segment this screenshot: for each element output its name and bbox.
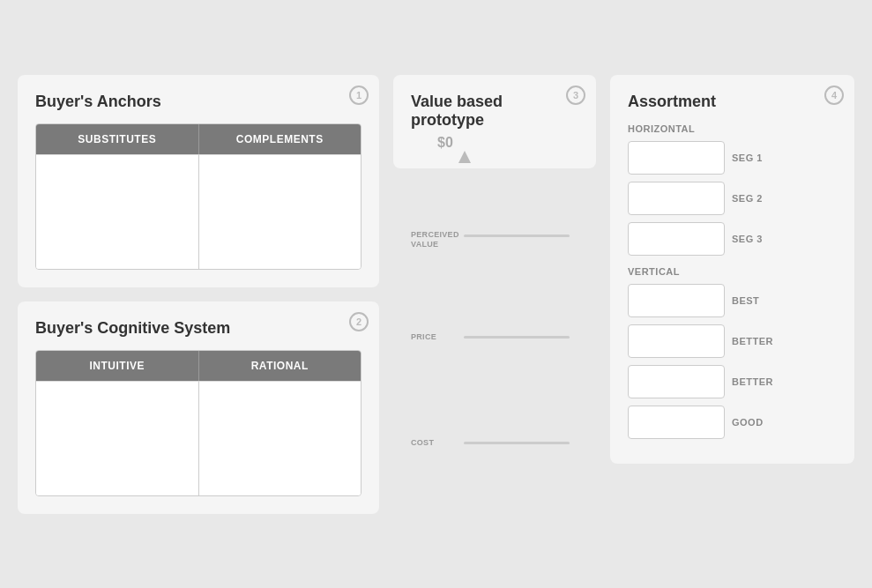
card1-title: Buyer's Anchors: [35, 93, 361, 111]
cost-line: [464, 442, 570, 444]
card3-title: Value based prototype: [411, 93, 578, 130]
card3-title-line2: prototype: [411, 111, 484, 129]
vertical-better1-label: BETTER: [732, 336, 773, 346]
anchors-col2-header: COMPLEMENTS: [199, 124, 361, 154]
value-axis-arrow: [458, 151, 471, 163]
horizontal-seg3-row: SEG 3: [628, 222, 837, 256]
horizontal-seg2-box[interactable]: [628, 182, 725, 215]
price-line: [464, 336, 570, 339]
vertical-good-row: GOOD: [628, 406, 837, 439]
horizontal-seg1-label: SEG 1: [732, 153, 763, 163]
vertical-section-label: VERTICAL: [628, 266, 837, 277]
horizontal-seg3-label: SEG 3: [732, 234, 763, 244]
card2-title: Buyer's Cognitive System: [35, 319, 361, 338]
left-column: 1 Buyer's Anchors SUBSTITUTES COMPLEMENT…: [18, 75, 379, 514]
anchors-table-header: SUBSTITUTES COMPLEMENTS: [36, 124, 361, 154]
vertical-better2-row: BETTER: [628, 365, 837, 398]
card3-title-line1: Value based: [411, 93, 503, 110]
anchors-col1-body[interactable]: [36, 154, 199, 269]
price-label: PRICE: [411, 332, 462, 341]
main-container: 1 Buyer's Anchors SUBSTITUTES COMPLEMENT…: [18, 75, 854, 514]
buyers-anchors-table: SUBSTITUTES COMPLEMENTS: [35, 123, 361, 270]
card2-number: 2: [349, 312, 369, 331]
cognitive-col1-header: INTUITIVE: [36, 351, 199, 381]
perceived-value-line: [464, 234, 570, 237]
card1-number: 1: [349, 86, 369, 105]
vertical-good-label: GOOD: [732, 417, 764, 428]
cognitive-table: INTUITIVE RATIONAL: [35, 350, 361, 496]
card4-title: Assortment: [628, 93, 837, 111]
vertical-good-box[interactable]: [628, 406, 725, 439]
buyers-cognitive-card: 2 Buyer's Cognitive System INTUITIVE RAT…: [18, 301, 379, 514]
vertical-better2-box[interactable]: [628, 365, 725, 398]
cognitive-col1-body[interactable]: [36, 381, 199, 495]
vertical-best-box[interactable]: [628, 284, 725, 317]
cognitive-col2-header: RATIONAL: [199, 351, 361, 381]
horizontal-seg2-row: SEG 2: [628, 182, 837, 215]
anchors-col1-header: SUBSTITUTES: [36, 124, 199, 154]
cognitive-col2-body[interactable]: [199, 381, 361, 495]
horizontal-seg2-label: SEG 2: [732, 193, 763, 204]
cost-label: COST: [411, 438, 462, 447]
anchors-table-body: [36, 154, 361, 269]
vertical-better2-label: BETTER: [732, 376, 773, 387]
cognitive-table-body: [36, 381, 361, 495]
horizontal-section-label: HORIZONTAL: [628, 123, 837, 134]
card3-number: 3: [566, 86, 585, 105]
vertical-best-label: BEST: [732, 295, 759, 306]
vertical-better1-box[interactable]: [628, 324, 725, 358]
horizontal-seg3-box[interactable]: [628, 222, 725, 256]
horizontal-seg1-row: SEG 1: [628, 141, 837, 175]
horizontal-seg1-box[interactable]: [628, 141, 725, 175]
value-prototype-card: 3 Value based prototype PERCEIVED VALUE: [393, 75, 596, 168]
buyers-anchors-card: 1 Buyer's Anchors SUBSTITUTES COMPLEMENT…: [18, 75, 379, 287]
card4-number: 4: [824, 86, 844, 105]
zero-label: $0: [437, 135, 453, 151]
perceived-value-label: PERCEIVED VALUE: [411, 230, 462, 250]
vertical-best-row: BEST: [628, 284, 837, 317]
anchors-col2-body[interactable]: [199, 154, 361, 269]
vertical-better1-row: BETTER: [628, 324, 837, 358]
cognitive-table-header: INTUITIVE RATIONAL: [36, 351, 361, 381]
assortment-card: 4 Assortment HORIZONTAL SEG 1 SEG 2 SEG …: [610, 75, 854, 464]
